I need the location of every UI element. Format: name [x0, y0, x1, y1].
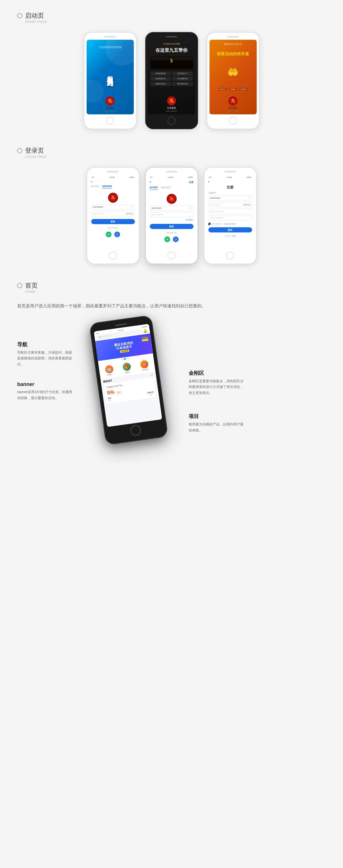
more-link[interactable]: 更多	[150, 373, 154, 376]
section-circle	[17, 13, 22, 18]
notification-icon[interactable]: 🔔	[143, 329, 148, 333]
register-screen: 4G↑↓ 1:21 AM 🔋100% ‹ 注册 注册账号 18872985897…	[207, 175, 254, 249]
icon-2: 🎁	[122, 362, 131, 371]
phone-screen-orange: 股权投资只选九五 财富自由的快车道 🤲 持续分红 稳增收益 持续回报 九 九五金…	[210, 40, 257, 114]
search-icon: 🔍	[98, 336, 101, 338]
nav-annotation-text: 导航区主要有客服，方便提问，搜索直接搜项目或新闻，消息查看最新提示。	[17, 350, 74, 367]
register-title: 注册	[208, 185, 252, 190]
battery-1: 🔋100%	[129, 177, 134, 178]
phone-speaker-1	[104, 36, 116, 37]
banner-annotation-text: banner采用16:9的尺寸比例，轮播滑动切换，显示重要的活动。	[17, 389, 74, 401]
already-have: 已有账号，去登录	[208, 235, 252, 237]
eye-icon-2: 👁	[189, 207, 192, 210]
agreement-link[interactable]: 《九五金众用户协议》	[222, 223, 237, 225]
wechat-btn-2[interactable]: W	[164, 237, 170, 242]
get-code-btn-1[interactable]: 获取验证码	[126, 213, 133, 214]
forgot-link[interactable]: 忘记密码?	[150, 219, 193, 221]
jingang-annotation: 金刚区 金刚区是重要功能集合，用色彩区分和微渐变的设计方式做了突出优化，使之更加…	[189, 370, 246, 396]
login-btn-1[interactable]: 登录	[91, 219, 135, 224]
agreement-checkbox[interactable]: ✓	[208, 223, 211, 225]
dollar-icon: $	[170, 58, 173, 63]
search-placeholder: 搜索产品或公众	[102, 335, 112, 338]
statusbar-1: 4G↑↓ 1:21 AM 🔋100%	[91, 177, 135, 178]
register-phone-input[interactable]: 18872985897 👁	[208, 195, 252, 201]
product-amount: 2000万 规模	[147, 391, 154, 396]
battery-3: 🔋100%	[246, 177, 252, 178]
icon-item-1[interactable]: 🏢 总场能介	[104, 365, 114, 376]
menu-item-4: 导出海量学程	[172, 76, 193, 81]
time-2: 1:21 AM	[168, 177, 173, 178]
home-page-header: 首页 HOME	[17, 281, 326, 293]
phone-input-2[interactable]: 18872985897 👁	[150, 206, 193, 211]
hundred-badge: 100名实现	[120, 349, 129, 353]
section-title-latest: 最新项目	[103, 379, 112, 383]
phone-orange: 股权投资只选九五 财富自由的快车道 🤲 持续分红 稳增收益 持续回报 九 九五金…	[207, 32, 259, 129]
qq-btn-1[interactable]: Q	[114, 231, 120, 237]
back-btn-1[interactable]: ‹	[91, 179, 135, 184]
banner-annotation: banner banner采用16:9的尺寸比例，轮播滑动切换，显示重要的活动。	[17, 381, 74, 401]
home-content-area: 导航 导航区主要有客服，方便提问，搜索直接搜项目或新闻，消息查看最新提示。 ba…	[17, 318, 326, 441]
project-annotation: 项目 推荐最为信赖的产品，以期待用户最佳体验。	[189, 413, 246, 433]
tab-passwordless-login[interactable]: 免密码登录	[102, 185, 112, 189]
invite-placeholder: 请输入代理邀请码	[210, 217, 224, 219]
tab-account-2[interactable]: 账号登录	[150, 186, 158, 190]
login-tabs-1: 账号登录 免密码登录	[91, 185, 135, 189]
splash-blue-bg: 让您的财富快速增值 股权投资只选九五 九 九五金众 JIMM JINMENG	[87, 40, 134, 114]
back-btn-3[interactable]: ‹	[208, 179, 252, 184]
register-phone-value: 18872985897	[210, 197, 221, 199]
phone-home-btn-3	[229, 117, 237, 125]
login-btn-2[interactable]: 登录	[150, 224, 193, 229]
login-page-header: 登录页 LOGIN PAGE	[17, 146, 326, 158]
logo-text-en-2: JIMM JINMENG	[165, 111, 178, 112]
splash-dark-headline: 在这里九五带你	[155, 48, 188, 54]
home-section-circle	[17, 283, 22, 288]
phone-speaker-3	[227, 36, 239, 37]
menu-item-3: 跨选优质企业	[150, 76, 171, 81]
login-screen-2: 4G↑↓ 1:21 AM 🔋100% ‹ 注册 账号登录 免密码登录 九	[148, 175, 195, 249]
register-code-input[interactable]: 请输入验证码 获取验证码	[208, 202, 252, 207]
phone-input-1[interactable]: 18872985897 👁	[91, 205, 135, 210]
product-term: 2年 期限	[108, 397, 112, 402]
register-password-input[interactable]: 请输入人设置密码	[208, 209, 252, 214]
tab-passwordless-2[interactable]: 免密码登录	[161, 186, 170, 190]
password-input-2[interactable]: 请输入您的密码	[150, 212, 193, 217]
login-section-circle	[17, 148, 22, 153]
feature-2: 稳增收益	[229, 88, 237, 91]
login-speaker-2	[166, 171, 177, 173]
register-screen-content: 4G↑↓ 1:21 AM 🔋100% ‹ 注册 注册账号 18872985897…	[207, 175, 254, 249]
logo-text-cn-3: 九五金众	[228, 106, 238, 110]
home-annotations-left: 导航 导航区主要有客服，方便提问，搜索直接搜项目或新闻，消息查看最新提示。 ba…	[17, 318, 74, 401]
splash-dark-menu: 寻找财富媒体 打开财富大门 跨选优质企业 导出海量学程 转转资本运作 谢开财富宝…	[150, 71, 193, 86]
tab-account-login[interactable]: 账号登录	[91, 185, 99, 189]
icon-item-3[interactable]: 🎯 粗出康康	[140, 360, 149, 371]
start-page-title-cn: 启动页	[25, 11, 44, 20]
phone-dark: 不会投资=自白养钱 在这里九五带你 $ 寻找财富媒体 打开财富大门 跨选优质企业…	[145, 32, 198, 129]
back-btn-2[interactable]: ‹	[150, 179, 151, 184]
dot-1	[122, 359, 123, 360]
feature-3: 持续回报	[239, 88, 247, 91]
social-icons-2: W Q	[150, 237, 193, 242]
qq-btn-2[interactable]: Q	[173, 237, 179, 242]
wechat-btn-1[interactable]: W	[106, 231, 112, 237]
invite-code-input[interactable]: 请输入代理邀请码	[208, 215, 252, 220]
nav-annotation-title: 导航	[17, 341, 74, 348]
icon-1: 🏢	[104, 365, 114, 374]
login-phones-row: 4G↑↓ 1:21 AM 🔋100% ‹ 账号登录 免密码登录 九 188729…	[17, 167, 326, 264]
phone-blue: 让您的财富快速增值 股权投资只选九五 九 九五金众 JIMM JINMENG	[84, 32, 137, 129]
register-link[interactable]: 注册	[189, 181, 193, 184]
banner-main-text: 最近合取优的什来信用卡	[114, 341, 134, 351]
icon-item-2[interactable]: 🎁 我是新村	[122, 362, 132, 374]
password-input-1[interactable]: 请输入您的密码 获取验证码	[91, 211, 135, 216]
statusbar-3: 4G↑↓ 1:21 AM 🔋100%	[208, 177, 252, 178]
term-label: 期限	[108, 400, 112, 402]
agreement-row: ✓ 注时代理码同意 《九五金众用户协议》	[208, 223, 252, 225]
menu-item-5: 转转资本运作	[150, 82, 171, 86]
logo-icon-orange: 九	[228, 96, 238, 105]
nav-annotation: 导航 导航区主要有客服，方便提问，搜索直接搜项目或新闻，消息查看最新提示。	[17, 341, 74, 367]
go-login-link[interactable]: 去登录	[231, 235, 236, 237]
get-code-btn-2[interactable]: 获取验证码	[243, 204, 250, 206]
submit-btn[interactable]: 提交	[208, 227, 252, 232]
social-icons-1: W Q	[91, 231, 135, 237]
start-page-title-en: START PAGE	[25, 20, 326, 24]
logo-icon-blue: 九	[105, 96, 115, 105]
